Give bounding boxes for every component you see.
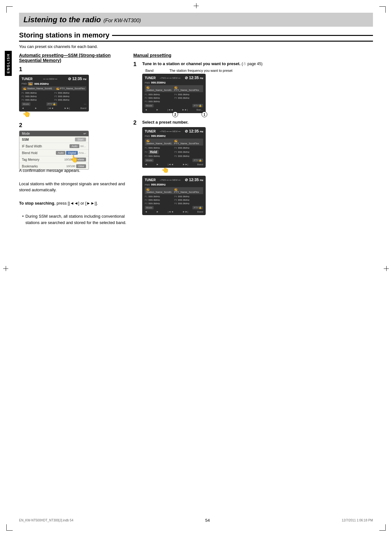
language-tab: ENGLISH [5, 51, 12, 76]
manual-step1-text: Tune in to a station or channel you want… [142, 61, 373, 67]
ssm-note: During SSM search, all stations includin… [23, 213, 127, 226]
corner-mark-bl [6, 524, 13, 531]
page-title: Listening to the radio [23, 15, 101, 24]
tuner-brand: TUNER [22, 77, 32, 81]
reg-mark-right [384, 266, 389, 271]
mode-row-ssm: SSM Start [19, 136, 89, 143]
footer-file: EN_KW-NT500HDT_NT300[J].indb 54 [19, 519, 73, 522]
circle-2: 2 [172, 112, 178, 117]
mode-row-ifband: IF Band Width Auto Wi... [19, 143, 89, 150]
tuner-display-1: TUNER ▪▪▪ ▪▪▪ MEM ▪▪▪ ⊘ 12:35 PM FM3 📻 9… [19, 75, 89, 112]
manual-step1-num: 1 [133, 61, 140, 68]
mode-popup-title: Mode ↩ [19, 131, 89, 136]
tuner-presets-grid: P1999.9MHz P4999.9MHz P2999.9MHz P5999.9… [22, 92, 86, 101]
tuner-controls: Mode PTY🔒 [22, 102, 86, 106]
page-number: 54 [73, 518, 342, 523]
corner-mark-tl [6, 6, 13, 13]
mode-popup: Mode ↩ SSM Start IF Band Width Auto Wi..… [19, 131, 89, 170]
section-title: Storing stations in memory [19, 31, 373, 42]
local-stations-text: Local stations with the strongest signal… [19, 181, 127, 193]
corner-mark-tr [379, 6, 386, 13]
page-model: (For KW-NT300) [103, 18, 141, 24]
hand-pointer-2: 👆 [70, 155, 127, 163]
page-header: Listening to the radio (For KW-NT300) [19, 13, 373, 27]
tuner-hold-display: TUNER ▪ FM3 ▪▪▪ ▪▪▪ MEM ▪▪▪ ⊘ 12:35 PM F… [142, 127, 373, 173]
reg-mark-left [3, 266, 8, 271]
hold-label: Hold [149, 150, 159, 154]
reg-mark-top [194, 3, 199, 8]
corner-mark-br [379, 524, 386, 531]
tuner-result-display: TUNER ▪ FM3 ▪▪▪ ▪▪▪ MEM ▪▪▪ ⊘ 12:35 PM F… [142, 176, 373, 215]
tuner-freq-bar: 📻 Station_Name_Scroll1 📻 PTY_Name_Scroll… [22, 86, 86, 91]
step1-label: 1 [19, 66, 127, 73]
stop-searching-text: To stop searching, press [|◄◄] or [►►|]. [19, 200, 127, 207]
footer-date: 12/7/2011 1:06:18 PM [342, 519, 373, 522]
page-footer: EN_KW-NT500HDT_NT300[J].indb 54 54 12/7/… [19, 518, 373, 523]
tuner-time: ⊘ 12:35 PM [68, 77, 86, 81]
band-label-row: Band The station frequency you want to p… [142, 69, 373, 72]
confirmation-text: A confirmation message appears. [19, 167, 127, 174]
automatic-header: Automatic presetting—SSM (Strong-station… [19, 53, 127, 63]
manual-step2-num: 2 [133, 119, 140, 126]
circle-1: 1 [202, 112, 207, 117]
manual-header: Manual presetting [133, 53, 373, 58]
tuner-display-manual1: TUNER ▪ FM3 ▪▪▪ ▪▪▪ MEM ▪▪▪ ⊘ 12:35 PM F… [142, 74, 206, 116]
section-subtitle: You can preset six channels for each ban… [19, 44, 373, 49]
manual-step2-text: Select a preset number. [142, 119, 373, 125]
step2-label: 2 [19, 122, 127, 129]
